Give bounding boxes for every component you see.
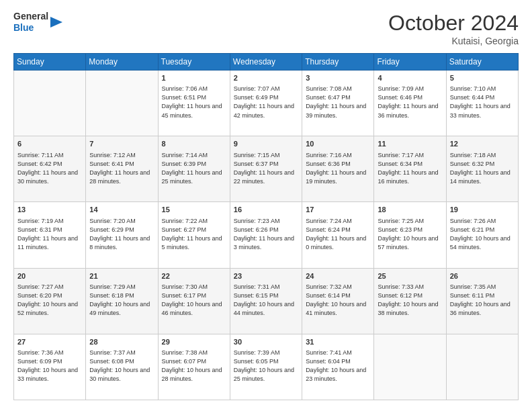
table-row: 30Sunrise: 7:39 AMSunset: 6:05 PMDayligh…: [230, 334, 302, 400]
table-row: 9Sunrise: 7:15 AMSunset: 6:37 PMDaylight…: [230, 136, 302, 202]
table-row: [86, 71, 158, 136]
table-row: 15Sunrise: 7:22 AMSunset: 6:27 PMDayligh…: [158, 202, 230, 268]
table-row: 6Sunrise: 7:11 AMSunset: 6:42 PMDaylight…: [14, 136, 86, 202]
table-row: 23Sunrise: 7:31 AMSunset: 6:15 PMDayligh…: [230, 268, 302, 334]
table-row: 28Sunrise: 7:37 AMSunset: 6:08 PMDayligh…: [86, 334, 158, 400]
table-row: 10Sunrise: 7:16 AMSunset: 6:36 PMDayligh…: [302, 136, 374, 202]
table-row: 1Sunrise: 7:06 AMSunset: 6:51 PMDaylight…: [158, 71, 230, 136]
table-row: 18Sunrise: 7:25 AMSunset: 6:23 PMDayligh…: [374, 202, 446, 268]
table-row: 22Sunrise: 7:30 AMSunset: 6:17 PMDayligh…: [158, 268, 230, 334]
col-monday: Monday: [86, 54, 158, 71]
table-row: 24Sunrise: 7:32 AMSunset: 6:14 PMDayligh…: [302, 268, 374, 334]
calendar: Sunday Monday Tuesday Wednesday Thursday…: [13, 53, 519, 400]
svg-marker-0: [50, 17, 62, 28]
location: Kutaisi, Georgia: [388, 36, 519, 46]
table-row: 27Sunrise: 7:36 AMSunset: 6:09 PMDayligh…: [14, 334, 86, 400]
table-row: 26Sunrise: 7:35 AMSunset: 6:11 PMDayligh…: [446, 268, 518, 334]
logo: General Blue: [13, 11, 62, 34]
table-row: 4Sunrise: 7:09 AMSunset: 6:46 PMDaylight…: [374, 71, 446, 136]
logo-text-block: General Blue: [13, 11, 62, 34]
col-friday: Friday: [374, 54, 446, 71]
table-row: 14Sunrise: 7:20 AMSunset: 6:29 PMDayligh…: [86, 202, 158, 268]
table-row: 12Sunrise: 7:18 AMSunset: 6:32 PMDayligh…: [446, 136, 518, 202]
table-row: 16Sunrise: 7:23 AMSunset: 6:26 PMDayligh…: [230, 202, 302, 268]
logo-arrow-icon: [50, 15, 62, 29]
table-row: 25Sunrise: 7:33 AMSunset: 6:12 PMDayligh…: [374, 268, 446, 334]
table-row: 17Sunrise: 7:24 AMSunset: 6:24 PMDayligh…: [302, 202, 374, 268]
header: General Blue October 2024 Kutaisi, Georg…: [13, 11, 519, 46]
title-block: October 2024 Kutaisi, Georgia: [388, 11, 519, 46]
calendar-header-row: Sunday Monday Tuesday Wednesday Thursday…: [14, 54, 519, 71]
table-row: 13Sunrise: 7:19 AMSunset: 6:31 PMDayligh…: [14, 202, 86, 268]
col-wednesday: Wednesday: [230, 54, 302, 71]
logo-blue: Blue: [13, 22, 48, 34]
table-row: [14, 71, 86, 136]
table-row: 29Sunrise: 7:38 AMSunset: 6:07 PMDayligh…: [158, 334, 230, 400]
table-row: 3Sunrise: 7:08 AMSunset: 6:47 PMDaylight…: [302, 71, 374, 136]
table-row: 19Sunrise: 7:26 AMSunset: 6:21 PMDayligh…: [446, 202, 518, 268]
col-tuesday: Tuesday: [158, 54, 230, 71]
table-row: 5Sunrise: 7:10 AMSunset: 6:44 PMDaylight…: [446, 71, 518, 136]
table-row: [446, 334, 518, 400]
table-row: [374, 334, 446, 400]
table-row: 31Sunrise: 7:41 AMSunset: 6:04 PMDayligh…: [302, 334, 374, 400]
table-row: 20Sunrise: 7:27 AMSunset: 6:20 PMDayligh…: [14, 268, 86, 334]
table-row: 2Sunrise: 7:07 AMSunset: 6:49 PMDaylight…: [230, 71, 302, 136]
col-thursday: Thursday: [302, 54, 374, 71]
table-row: 21Sunrise: 7:29 AMSunset: 6:18 PMDayligh…: [86, 268, 158, 334]
col-sunday: Sunday: [14, 54, 86, 71]
table-row: 8Sunrise: 7:14 AMSunset: 6:39 PMDaylight…: [158, 136, 230, 202]
month-year: October 2024: [388, 11, 519, 36]
table-row: 7Sunrise: 7:12 AMSunset: 6:41 PMDaylight…: [86, 136, 158, 202]
table-row: 11Sunrise: 7:17 AMSunset: 6:34 PMDayligh…: [374, 136, 446, 202]
col-saturday: Saturday: [446, 54, 518, 71]
logo-general: General: [13, 11, 48, 22]
